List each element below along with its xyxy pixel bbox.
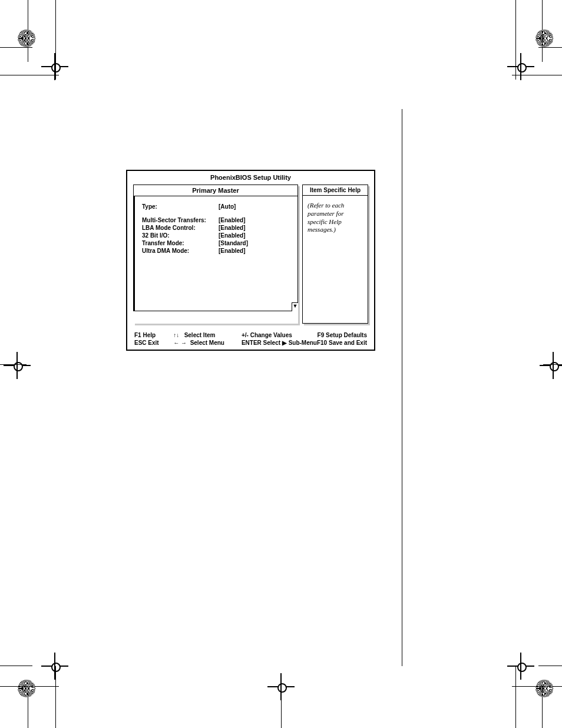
crop-guide: [0, 666, 32, 666]
crop-guide: [281, 696, 282, 728]
crop-guide: [55, 0, 56, 80]
legend-esc: ESC Exit: [134, 340, 173, 347]
legend-select-menu: Select Menu: [190, 340, 224, 346]
registration-mark: [512, 29, 553, 71]
crop-guide: [512, 75, 562, 75]
arrows-left-right-icon: ← →: [173, 340, 187, 346]
bios-main-panel: Primary Master Type: [Auto] Multi-Sector…: [133, 185, 298, 324]
crop-guide: [512, 686, 562, 687]
crop-guide: [28, 687, 28, 728]
registration-mark: [18, 657, 59, 699]
bios-title: PhoenixBIOS Setup Utility: [127, 171, 374, 185]
registration-mark: [512, 657, 553, 699]
crop-guide: [515, 0, 516, 80]
setting-value[interactable]: [Enabled]: [219, 211, 248, 225]
crop-guide: [0, 75, 59, 75]
registration-mark: [521, 357, 562, 398]
crop-guide: [538, 666, 562, 666]
setting-value[interactable]: [Standard]: [219, 240, 248, 248]
setting-label: Transfer Mode:: [142, 240, 219, 248]
arrows-up-down-icon: ↑↓: [173, 332, 179, 338]
crop-guide: [543, 364, 562, 365]
crop-guide: [0, 686, 59, 687]
bios-help-panel: Item Specific Help (Refer to each parame…: [302, 185, 368, 324]
crop-guide: [0, 47, 32, 48]
setting-label: 32 Bit I/O:: [142, 232, 219, 240]
crop-guide: [542, 687, 543, 728]
legend-f1: F1 Help: [134, 332, 173, 340]
setting-value[interactable]: [Enabled]: [219, 225, 248, 232]
bios-window: PhoenixBIOS Setup Utility Primary Master…: [126, 170, 375, 351]
legend-select-item: Select Item: [184, 332, 216, 338]
registration-mark: [8, 357, 49, 398]
bios-settings-list: Type: [Auto] Multi-Sector Transfers: [En…: [133, 196, 298, 311]
setting-row[interactable]: Multi-Sector Transfers: [Enabled]: [142, 211, 248, 225]
setting-row[interactable]: 32 Bit I/O: [Enabled]: [142, 232, 248, 240]
bios-panel-title: Primary Master: [133, 185, 298, 196]
legend-enter-submenu: ENTER Select ▶ Sub-Menu: [242, 340, 317, 347]
crop-guide: [0, 364, 27, 365]
bios-help-text: (Refer to each parameter for specific He…: [302, 195, 368, 324]
column-divider: [402, 109, 402, 666]
setting-row[interactable]: Ultra DMA Mode: [Enabled]: [142, 248, 248, 255]
crop-guide: [28, 0, 28, 62]
setting-row[interactable]: Transfer Mode: [Standard]: [142, 240, 248, 248]
setting-value[interactable]: [Auto]: [219, 203, 248, 211]
scroll-down-icon[interactable]: ▼: [292, 302, 298, 311]
legend-f9: F9 Setup Defaults: [317, 332, 367, 340]
bios-help-title: Item Specific Help: [302, 185, 368, 195]
crop-guide: [542, 0, 543, 62]
crop-guide: [55, 666, 56, 728]
bios-key-legend: F1 Help ↑↓ Select Item +/- Change Values…: [134, 332, 367, 347]
setting-value[interactable]: [Enabled]: [219, 232, 248, 240]
setting-label: Type:: [142, 203, 219, 211]
legend-f10: F10 Save and Exit: [317, 340, 367, 347]
setting-row[interactable]: LBA Mode Control: [Enabled]: [142, 225, 248, 232]
crop-guide: [538, 47, 562, 48]
setting-label: LBA Mode Control:: [142, 225, 219, 232]
setting-row[interactable]: Type: [Auto]: [142, 203, 248, 211]
setting-label: Multi-Sector Transfers:: [142, 211, 219, 225]
setting-value[interactable]: [Enabled]: [219, 248, 248, 255]
setting-label: Ultra DMA Mode:: [142, 248, 219, 255]
crop-guide: [515, 666, 516, 728]
legend-change-values: +/- Change Values: [242, 332, 317, 340]
registration-mark: [18, 29, 59, 71]
